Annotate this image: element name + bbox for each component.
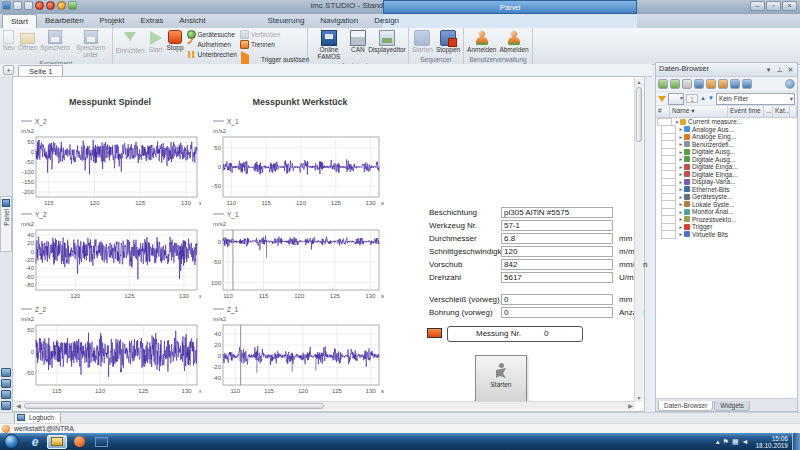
tree-item-lokale-syste[interactable]: ▸Lokale Syste...: [656, 201, 797, 209]
ribbon-button-displayeditor[interactable]: Displayeditor: [368, 29, 406, 55]
tab-projekt[interactable]: Projekt: [92, 14, 133, 28]
form-input-drehzahl[interactable]: [501, 272, 613, 283]
record-red-icon[interactable]: [46, 1, 55, 10]
tree-item-virtuelle-bits[interactable]: ▸Virtuelle Bits: [656, 231, 797, 239]
panel-vertical-tab[interactable]: Panel: [0, 196, 12, 252]
column-header-name[interactable]: Name ▾: [670, 106, 728, 117]
undo-icon[interactable]: [24, 1, 33, 10]
form-input-verschlei-vorweg[interactable]: [501, 294, 613, 305]
media-app-icon[interactable]: [69, 435, 89, 449]
tree-item-ethernet-bits[interactable]: ▸Ethernet-Bits: [656, 186, 797, 194]
form-input-werkzeug-nr[interactable]: [501, 220, 613, 231]
volume-icon[interactable]: ◄️: [742, 435, 749, 449]
tree-item-analoge-eing[interactable]: ▸Analoge Eing...: [656, 133, 797, 141]
ribbon-button-anmelden[interactable]: Anmelden: [466, 29, 497, 55]
taskbar-clock[interactable]: 15:06 18.10.2019: [755, 435, 788, 449]
starten-button[interactable]: Starten: [475, 355, 527, 402]
refresh-icon[interactable]: [742, 79, 752, 89]
ribbon-button-trennen[interactable]: Trennen: [239, 40, 305, 49]
tab-start[interactable]: Start: [2, 14, 37, 28]
tab-extras[interactable]: Extras: [133, 14, 172, 28]
vertical-scrollbar[interactable]: ▲ ▼: [634, 78, 643, 402]
dock-dropdown-icon[interactable]: ▾: [764, 65, 773, 74]
panel-page-icon[interactable]: [1, 390, 11, 399]
tree-item-digitale-ausg[interactable]: ▸Digitale Ausg...: [656, 156, 797, 164]
help-icon[interactable]: [785, 79, 795, 89]
internet-explorer-icon[interactable]: e: [25, 435, 45, 449]
redo-icon[interactable]: [35, 1, 44, 10]
function-icon[interactable]: [706, 79, 716, 89]
dock-close-icon[interactable]: ✕: [786, 65, 795, 74]
tab-steuerung[interactable]: Steuerung: [259, 14, 312, 28]
play-green-icon[interactable]: [68, 1, 77, 10]
form-input-vorschub[interactable]: [501, 259, 613, 270]
dock-tab-daten-browser[interactable]: Daten-Browser: [658, 401, 713, 411]
tree-item-analoge-aus[interactable]: ▸Analoge Aus...: [656, 126, 797, 134]
column-header-kat[interactable]: Kat...: [773, 106, 790, 117]
flag-icon[interactable]: ⚑: [723, 435, 729, 449]
form-input-beschichtung[interactable]: [501, 207, 613, 218]
ribbon-button-online-famos[interactable]: Online FAMOS: [310, 29, 348, 61]
tree-item-display-varia[interactable]: ▸Display-Varia...: [656, 178, 797, 186]
imc-studio-active-window[interactable]: [47, 435, 67, 449]
horizontal-scrollbar[interactable]: ◀ ▶: [14, 401, 635, 410]
minimize-button[interactable]: –: [750, 1, 765, 11]
tree-item-digitale-ausg[interactable]: ▸Digitale Ausg...: [656, 148, 797, 156]
tree-item-monitor-anal[interactable]: ▸Monitor Anal...: [656, 208, 797, 216]
chart-x-1[interactable]: X_1m/s2110115120125130500-50s: [211, 117, 389, 209]
export-icon[interactable]: [658, 79, 668, 89]
form-input-bohrung-vorweg[interactable]: [501, 307, 613, 318]
column-header-blank[interactable]: ...: [764, 106, 773, 117]
maximize-button[interactable]: ▫: [766, 1, 781, 11]
tab-ansicht[interactable]: Ansicht: [171, 14, 213, 28]
column-header-event-time[interactable]: Event time: [728, 106, 764, 117]
filter-funnel-icon[interactable]: [658, 96, 666, 102]
show-desktop-button[interactable]: [792, 433, 800, 450]
text-icon[interactable]: [730, 79, 740, 89]
vertical-scroll-thumb[interactable]: [636, 87, 642, 142]
move-down-icon[interactable]: ▼: [708, 94, 714, 103]
copy-icon[interactable]: [682, 79, 692, 89]
column-header-blank[interactable]: #: [656, 106, 670, 117]
filter-select[interactable]: Kein Filter: [716, 93, 795, 105]
horizontal-scroll-thumb[interactable]: [24, 403, 324, 409]
panel-page-icon[interactable]: [1, 401, 11, 410]
add-page-button[interactable]: +: [3, 65, 14, 75]
tree-item-benutzerdefi[interactable]: ▸Benutzerdefi...: [656, 141, 797, 149]
function-add-icon[interactable]: [718, 79, 728, 89]
scroll-up-arrow[interactable]: ▲: [635, 78, 643, 86]
chart-x-2[interactable]: X_2m/s2115120125130500-50-100-150-200s: [19, 117, 201, 209]
move-up-icon[interactable]: ▲: [700, 94, 706, 103]
tree-item-digitale-einga[interactable]: ▸Digitale Einga...: [656, 171, 797, 179]
column-header-blank[interactable]: [790, 106, 797, 117]
tab-design[interactable]: Design: [366, 14, 407, 28]
network-icon[interactable]: ▦: [732, 435, 739, 449]
tab-navigation[interactable]: Navigation: [312, 14, 366, 28]
tab-bearbeiten[interactable]: Bearbeiten: [37, 14, 92, 28]
tree-item-digitale-einga[interactable]: ▸Digitale Einga...: [656, 163, 797, 171]
scroll-left-arrow[interactable]: ◀: [14, 402, 23, 410]
form-input-schnittgeschwindigkeit[interactable]: [501, 246, 613, 257]
grid-icon[interactable]: [694, 79, 704, 89]
import-icon[interactable]: [670, 79, 680, 89]
event-spin-field[interactable]: 1: [686, 94, 698, 103]
scroll-down-arrow[interactable]: ▼: [635, 394, 643, 402]
save-icon[interactable]: [13, 1, 22, 10]
hidden-icons-chevron[interactable]: ▴: [716, 435, 720, 449]
dock-tab-widgets[interactable]: Widgets: [714, 401, 749, 411]
tree-item-current-measure[interactable]: ▾Current measure...: [656, 118, 797, 126]
ribbon-button-can[interactable]: CAN: [349, 29, 367, 55]
imc-app-icon[interactable]: [91, 435, 111, 449]
ribbon-button-aufnehmen[interactable]: Aufnehmen: [186, 40, 238, 49]
tree-item-prozessvekto[interactable]: ▸Prozessvekto...: [656, 216, 797, 224]
filter-combo[interactable]: [668, 93, 684, 105]
start-orb[interactable]: [4, 434, 19, 449]
scroll-right-arrow[interactable]: ▶: [626, 402, 635, 410]
panel-page-icon[interactable]: [1, 368, 11, 377]
ribbon-button-stoppen[interactable]: Stoppen: [435, 29, 461, 55]
ribbon-button-abmelden[interactable]: Abmelden: [498, 29, 529, 55]
ribbon-button-stopp[interactable]: Stopp: [166, 29, 185, 53]
dock-pin-icon[interactable]: ⊥: [775, 65, 784, 74]
close-button[interactable]: ×: [782, 1, 797, 11]
panel-page-icon[interactable]: [1, 379, 11, 388]
